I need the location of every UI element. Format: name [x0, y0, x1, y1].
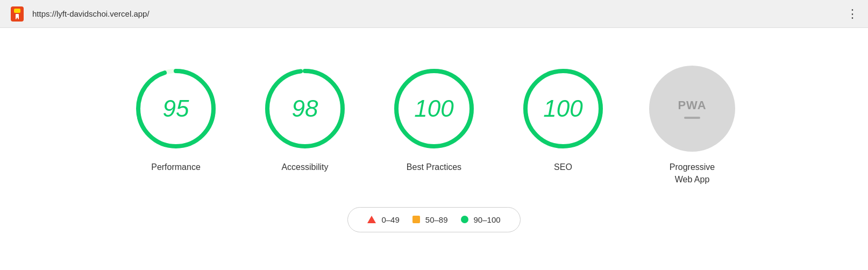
score-accessibility: 98 Accessibility: [262, 66, 348, 173]
score-label-seo: SEO: [554, 161, 572, 173]
legend-item-low: 0–49: [367, 215, 399, 224]
score-circle-seo: 100: [520, 66, 606, 152]
legend-label-low: 0–49: [381, 215, 399, 224]
pwa-badge-text: PWA: [678, 98, 706, 112]
legend-item-mid: 50–89: [412, 215, 448, 224]
score-best-practices: 100 Best Practices: [391, 66, 477, 173]
score-seo: 100 SEO: [520, 66, 606, 173]
score-circle-performance: 95: [133, 66, 219, 152]
score-label-performance: Performance: [151, 161, 201, 173]
score-value-best-practices: 100: [414, 95, 453, 122]
pwa-dash: [684, 117, 700, 119]
lighthouse-icon: [9, 5, 26, 23]
legend-square-icon: [412, 216, 420, 223]
score-label-pwa: Progressive Web App: [660, 161, 724, 186]
legend: 0–49 50–89 90–100: [347, 207, 520, 232]
menu-button[interactable]: ⋮: [846, 7, 859, 21]
score-performance: 95 Performance: [133, 66, 219, 173]
svg-rect-1: [14, 9, 20, 13]
legend-item-high: 90–100: [461, 215, 501, 224]
score-value-seo: 100: [543, 95, 582, 122]
top-bar-left: https://lyft-davidschoi.vercel.app/: [9, 5, 150, 23]
legend-label-high: 90–100: [474, 215, 501, 224]
legend-triangle-icon: [367, 216, 376, 223]
score-label-best-practices: Best Practices: [407, 161, 461, 173]
legend-label-mid: 50–89: [425, 215, 448, 224]
score-value-performance: 95: [163, 95, 189, 122]
score-circle-best-practices: 100: [391, 66, 477, 152]
url-display: https://lyft-davidschoi.vercel.app/: [32, 9, 150, 18]
score-circle-accessibility: 98: [262, 66, 348, 152]
main-content: 95 Performance 98 Accessibility: [0, 28, 868, 270]
score-pwa: PWA Progressive Web App: [649, 66, 735, 186]
score-label-accessibility: Accessibility: [281, 161, 328, 173]
legend-circle-icon: [461, 216, 468, 223]
top-bar: https://lyft-davidschoi.vercel.app/ ⋮: [0, 0, 868, 28]
scores-row: 95 Performance 98 Accessibility: [133, 66, 735, 186]
pwa-circle: PWA: [649, 66, 735, 152]
score-value-accessibility: 98: [292, 95, 318, 122]
